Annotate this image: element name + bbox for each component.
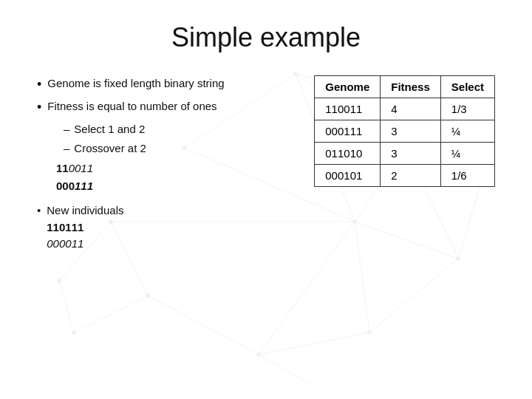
- new-ind-2: 000011: [47, 237, 83, 250]
- table-row: 0110103¼: [315, 143, 495, 165]
- sub-item-1-text: Select 1 and 2: [74, 121, 145, 138]
- sub-item-1: – Select 1 and 2: [64, 121, 292, 138]
- crossover-line-2: 000111: [56, 177, 292, 195]
- col-header-select: Select: [440, 76, 494, 98]
- table-cell-2-0: 011010: [315, 143, 381, 165]
- bullet-1-text: Genome is fixed length binary string: [47, 75, 224, 92]
- table-cell-2-2: ¼: [440, 143, 494, 165]
- table-cell-1-0: 000111: [315, 120, 381, 143]
- svg-line-21: [259, 355, 310, 384]
- table-cell-0-1: 4: [381, 98, 441, 120]
- data-table: Genome Fitness Select 11001141/30001113¼…: [314, 75, 495, 187]
- table-cell-2-1: 3: [381, 143, 441, 165]
- crossover-bold-1: 11: [56, 162, 69, 174]
- table-cell-3-0: 000101: [315, 165, 381, 187]
- svg-point-34: [72, 331, 76, 335]
- svg-point-26: [368, 331, 372, 335]
- svg-point-35: [58, 279, 61, 283]
- table-row: 00010121/6: [315, 165, 495, 187]
- sub-item-2: – Crossover at 2: [64, 140, 292, 157]
- table-row: 0001113¼: [315, 120, 495, 143]
- svg-line-19: [59, 281, 74, 332]
- table-cell-1-1: 3: [381, 120, 441, 143]
- bullet-item-1: • Genome is fixed length binary string: [37, 75, 292, 94]
- col-header-genome: Genome: [315, 76, 381, 98]
- right-panel: Genome Fitness Select 11001141/30001113¼…: [314, 75, 495, 187]
- col-header-fitness: Fitness: [381, 76, 441, 98]
- svg-point-27: [257, 353, 261, 357]
- new-individuals-label: New individuals: [47, 204, 123, 216]
- svg-line-4: [148, 296, 259, 355]
- bullet-1-icon: •: [37, 75, 41, 94]
- crossover-italic-1: 0011: [69, 162, 93, 174]
- svg-line-3: [259, 332, 369, 355]
- table-cell-0-2: 1/3: [440, 98, 494, 120]
- table-cell-3-1: 2: [381, 165, 441, 187]
- table-cell-3-2: 1/6: [440, 165, 494, 187]
- svg-line-2: [369, 259, 458, 332]
- crossover-line-1: 110011: [56, 160, 292, 177]
- left-panel: • Genome is fixed length binary string •…: [37, 75, 292, 253]
- bullet-item-2: • Fitness is equal to number of ones: [37, 98, 292, 117]
- crossover-bold-2: 000: [56, 180, 75, 192]
- page-title: Simple example: [37, 22, 495, 53]
- dash-1: –: [64, 121, 69, 138]
- svg-point-28: [146, 294, 150, 298]
- new-ind-1: 110111: [47, 221, 83, 233]
- table-cell-1-2: ¼: [440, 120, 494, 143]
- sub-item-2-text: Crossover at 2: [74, 140, 146, 157]
- table-header-row: Genome Fitness Select: [315, 76, 495, 98]
- bullet-2-text: Fitness is equal to number of ones: [47, 98, 216, 115]
- dash-2: –: [64, 140, 69, 157]
- svg-line-22: [369, 332, 414, 377]
- crossover-italic-2: 111: [75, 180, 93, 192]
- table-cell-0-0: 110011: [315, 98, 381, 120]
- bullet-2-icon: •: [37, 98, 41, 117]
- table-row: 11001141/3: [315, 98, 495, 120]
- svg-line-18: [74, 296, 148, 332]
- bullet-3-icon: •: [37, 202, 41, 219]
